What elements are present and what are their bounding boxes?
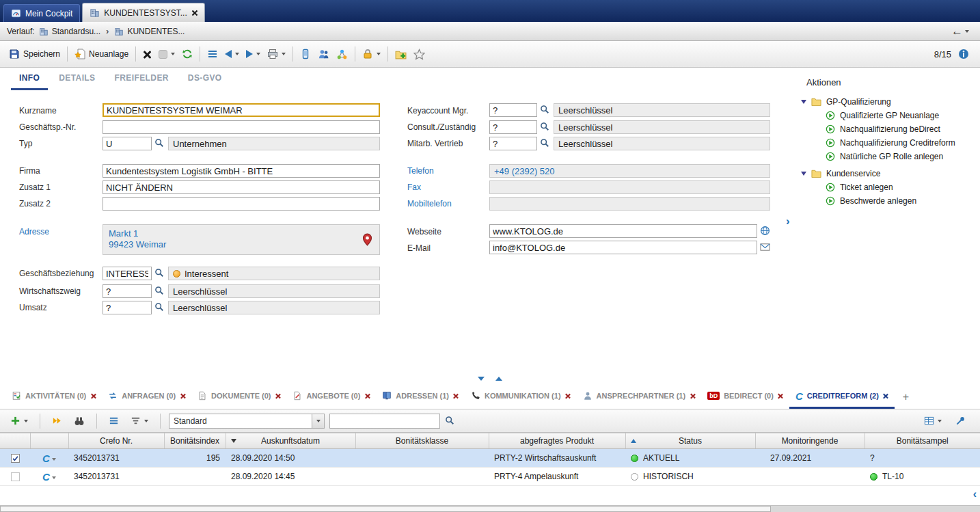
umsatz-lookup-icon[interactable]	[154, 302, 165, 313]
grid-add-button[interactable]	[7, 413, 31, 429]
column-header-monitoringende[interactable]: Monitoringende	[755, 433, 865, 449]
geschaeftsbeziehung-code-input[interactable]	[103, 267, 152, 280]
tab-dsgvo[interactable]: DS-GVO	[180, 68, 230, 90]
table-row[interactable]: C 3452013731 195 28.09.2020 14:50 PRTY-2…	[0, 449, 980, 468]
table-row[interactable]: C 3452013731 28.09.2020 14:45 PRTY-4 Amp…	[0, 468, 980, 486]
favorite-button[interactable]	[410, 46, 428, 63]
close-tab-icon[interactable]	[90, 393, 96, 399]
consult-code-input[interactable]	[489, 120, 537, 134]
geschaeftsp-nr-input[interactable]	[103, 120, 380, 134]
close-tab-icon[interactable]	[883, 393, 888, 399]
globe-icon[interactable]	[760, 226, 770, 236]
column-header-bonitaetsampel[interactable]: Bonitätsampel	[865, 433, 980, 449]
close-tab-icon[interactable]	[778, 393, 783, 399]
print-button[interactable]	[264, 46, 289, 62]
telefon-field[interactable]: +49 (2392) 520	[489, 164, 770, 178]
refresh-button[interactable]	[178, 46, 196, 62]
permissions-button[interactable]	[359, 46, 384, 62]
relations-button[interactable]	[333, 46, 351, 63]
mitarb-vertrieb-lookup-icon[interactable]	[540, 138, 551, 149]
close-tab-icon[interactable]	[565, 393, 571, 399]
action-beschwerde-anlegen[interactable]: Beschwerde anlegen	[794, 194, 980, 208]
new-record-button[interactable]: Neuanlage	[71, 46, 132, 62]
email-input[interactable]	[489, 241, 757, 254]
tab-info[interactable]: INFO	[11, 68, 48, 90]
column-header-auskunftsdatum[interactable]: Auskunftsdatum	[226, 433, 355, 449]
zusatz1-input[interactable]	[103, 180, 380, 194]
collapse-triangle-icon[interactable]	[801, 100, 806, 104]
grid-search-button[interactable]	[70, 413, 88, 429]
view-preset-select[interactable]: Standard	[169, 414, 325, 429]
tab-details[interactable]: DETAILS	[51, 68, 103, 90]
panel-expand-icon[interactable]: ›	[786, 215, 790, 228]
row-menu-icon[interactable]	[52, 458, 56, 461]
typ-code-input[interactable]	[103, 137, 152, 150]
delete-button[interactable]	[139, 47, 155, 62]
close-tab-icon[interactable]	[364, 393, 370, 399]
collapse-down-icon[interactable]	[478, 377, 485, 381]
adresse-city-link[interactable]: 99423 Weimar	[109, 239, 374, 250]
history-back-icon[interactable]: ←	[951, 25, 963, 37]
column-header-bonitaetsklasse[interactable]: Bonitätsklasse	[355, 433, 489, 449]
add-tab-button[interactable]: +	[895, 385, 917, 409]
close-tab-icon[interactable]	[453, 393, 459, 399]
tab-angebote[interactable]: ANGEBOTE (0)	[286, 385, 376, 409]
consult-lookup-icon[interactable]	[540, 122, 551, 133]
umsatz-code-input[interactable]	[103, 301, 152, 314]
tab-freifelder[interactable]: FREIFELDER	[107, 68, 177, 90]
breadcrumb-item-standardsuche[interactable]: Standardsu...	[39, 27, 100, 36]
close-tab-icon[interactable]	[690, 393, 695, 399]
close-tab-icon[interactable]	[191, 10, 198, 16]
action-group-kundenservice[interactable]: Kundenservice	[794, 166, 980, 180]
window-tab-cockpit[interactable]: Mein Cockpit	[3, 4, 80, 22]
window-tab-record[interactable]: KUNDENTESTSYST...	[82, 3, 204, 22]
mobiltelefon-label[interactable]: Mobiltelefon	[407, 199, 452, 208]
save-button[interactable]: Speichern	[5, 46, 64, 62]
email-icon[interactable]	[760, 242, 770, 252]
tab-bedirect[interactable]: bD BEDIRECT (0)	[701, 385, 789, 409]
tab-creditreform[interactable]: C CREDITREFORM (2)	[789, 385, 895, 409]
wirtschaftszweig-lookup-icon[interactable]	[154, 286, 165, 297]
row-checkbox-checked[interactable]	[11, 454, 20, 463]
grid-detach-button[interactable]	[952, 413, 969, 429]
column-header-bonitaetsindex[interactable]: Bonitätsindex	[164, 433, 226, 449]
kurzname-input[interactable]	[103, 103, 380, 117]
grid-filter-button[interactable]	[127, 413, 152, 429]
map-icon[interactable]	[361, 233, 374, 246]
creditreform-row-icon[interactable]: C	[42, 471, 50, 483]
navigate-back-button[interactable]	[221, 47, 243, 61]
adresse-label[interactable]: Adresse	[19, 227, 49, 237]
export-button[interactable]	[392, 46, 410, 63]
typ-lookup-icon[interactable]	[154, 138, 165, 149]
tab-kommunikation[interactable]: KOMMUNIKATION (1)	[465, 385, 577, 409]
adresse-street-link[interactable]: Markt 1	[109, 228, 374, 239]
telefon-label[interactable]: Telefon	[407, 166, 434, 176]
wirtschaftszweig-code-input[interactable]	[103, 284, 152, 298]
contacts-button[interactable]	[314, 46, 333, 63]
tab-dokumente[interactable]: DOKUMENTE (0)	[191, 385, 286, 409]
horizontal-scrollbar[interactable]	[0, 505, 980, 512]
select-column-header[interactable]	[0, 433, 30, 449]
info-icon[interactable]	[958, 49, 969, 59]
tab-anfragen[interactable]: ANFRAGEN (0)	[102, 385, 191, 409]
geschaeftsbeziehung-lookup-icon[interactable]	[154, 268, 165, 279]
creditreform-row-icon[interactable]: C	[42, 453, 50, 464]
row-menu-icon[interactable]	[52, 476, 56, 479]
action-nachqualifizierung-bedirect[interactable]: Nachqualifizierung beDirect	[794, 122, 980, 136]
grid-assign-button[interactable]	[49, 413, 66, 429]
grid-list-view-button[interactable]	[105, 413, 122, 429]
webseite-input[interactable]	[489, 224, 757, 238]
tab-ansprechpartner[interactable]: ANSPRECHPARTNER (1)	[577, 385, 702, 409]
grid-search-input[interactable]	[329, 414, 440, 429]
grid-layout-button[interactable]	[921, 413, 945, 429]
mitarb-vertrieb-code-input[interactable]	[489, 137, 537, 150]
collapse-triangle-icon[interactable]	[801, 172, 806, 176]
row-checkbox-unchecked[interactable]	[11, 472, 20, 481]
action-nachqualifizierung-creditreform[interactable]: Nachqualifizierung Creditreform	[794, 136, 980, 150]
action-group-gp-qualifizierung[interactable]: GP-Qualifizierung	[794, 94, 980, 109]
grid-search-icon[interactable]	[445, 416, 456, 427]
action-ticket-anlegen[interactable]: Ticket anlegen	[794, 180, 980, 194]
breadcrumb-item-record[interactable]: KUNDENTES...	[114, 27, 185, 36]
action-qualifizierte-gp-neuanlage[interactable]: Qualifizierte GP Neuanlage	[794, 109, 980, 122]
keyaccount-code-input[interactable]	[489, 103, 537, 117]
